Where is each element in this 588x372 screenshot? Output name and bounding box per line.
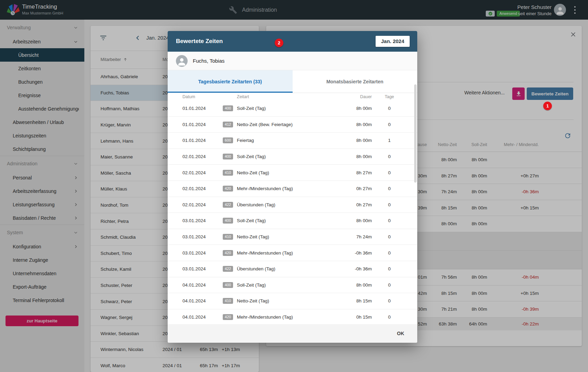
row-zeitart: Soll-Zeit (Tag) — [237, 106, 348, 111]
zeitart-row: 03.01.2024 422 Überstunden (Tag) -0h 36m… — [168, 261, 417, 277]
row-dauer: 0h 15m — [348, 314, 379, 320]
row-dauer: -0h 36m — [348, 266, 379, 271]
dialog-title: Bewertete Zeiten — [176, 31, 223, 52]
dialog-table-rows: 01.01.2024 400 Soll-Zeit (Tag) 8h 00m 0 … — [168, 101, 417, 325]
zeitart-code-badge: 422 — [223, 202, 233, 208]
zeitart-row: 01.01.2024 400 Soll-Zeit (Tag) 8h 00m 0 — [168, 101, 417, 117]
zeitart-row: 03.01.2024 410 Netto-Zeit (Tag) 7h 24m 0 — [168, 229, 417, 245]
row-zeitart: Soll-Zeit (Tag) — [237, 218, 348, 223]
row-datum: 02.01.2024 — [182, 202, 223, 207]
row-zeitart: Mehr-/Minderstunden (Tag) — [237, 186, 348, 191]
step-marker-2: 2 — [275, 39, 283, 47]
row-tage: 0 — [379, 250, 400, 256]
column-header-zeitart: Zeitart — [237, 94, 348, 99]
row-datum: 03.01.2024 — [182, 250, 223, 256]
row-zeitart: Soll-Zeit (Tag) — [237, 154, 348, 159]
row-dauer: 8h 15m — [348, 298, 379, 303]
row-tage: 0 — [379, 282, 400, 288]
step-marker-1: 1 — [543, 102, 552, 110]
row-zeitart: Netto-Zeit (Tag) — [237, 234, 348, 239]
row-datum: 01.01.2024 — [182, 122, 223, 127]
zeitart-code-badge: 420 — [223, 186, 233, 192]
row-datum: 03.01.2024 — [182, 218, 223, 223]
row-zeitart: Netto-Zeit (Tag) — [237, 298, 348, 303]
row-tage: 0 — [379, 170, 400, 175]
zeitart-row: 02.01.2024 400 Soll-Zeit (Tag) 8h 00m 0 — [168, 149, 417, 165]
column-header-datum: Datum — [182, 94, 223, 99]
zeitart-row: 04.01.2024 410 Netto-Zeit (Tag) 8h 15m 0 — [168, 293, 417, 309]
row-dauer: 8h 00m — [348, 218, 379, 223]
row-dauer: -0h 36m — [348, 250, 379, 256]
zeitart-code-badge: 420 — [223, 250, 233, 256]
row-datum: 04.01.2024 — [182, 314, 223, 320]
zeitart-code-badge: 400 — [223, 154, 233, 159]
tab-tagesbasierte-zeitarten[interactable]: Tagesbasierte Zeitarten (33) — [168, 70, 293, 93]
zeitart-code-badge: 600 — [223, 137, 233, 143]
zeitart-code-badge: 400 — [223, 105, 233, 111]
row-dauer: 0h 27m — [348, 186, 379, 191]
dialog-table-header: Datum Zeitart Dauer Tage — [168, 93, 417, 101]
row-zeitart: Mehr-/Minderstunden (Tag) — [237, 314, 348, 320]
zeitart-row: 03.01.2024 420 Mehr-/Minderstunden (Tag)… — [168, 245, 417, 261]
dialog-header: Bewertete Zeiten Jan. 2024 — [168, 31, 417, 52]
row-zeitart: Mehr-/Minderstunden (Tag) — [237, 250, 348, 256]
row-dauer: 8h 00m — [348, 154, 379, 159]
dialog-tabs: Tagesbasierte Zeitarten (33) Monatsbasie… — [168, 70, 417, 93]
timetracking-app: TimeTracking Max Mustermann GmbH Adminis… — [0, 0, 588, 372]
row-datum: 03.01.2024 — [182, 234, 223, 239]
dialog-scrollbar-thumb[interactable] — [414, 84, 417, 183]
tab-monatsbasierte-zeitarten[interactable]: Monatsbasierte Zeitarten — [293, 70, 418, 93]
row-datum: 04.01.2024 — [182, 298, 223, 303]
ok-button[interactable]: OK — [391, 328, 410, 339]
zeitart-code-badge: 420 — [223, 314, 233, 320]
zeitart-row: 01.01.2024 600 Feiertag 8h 00m 1 — [168, 133, 417, 149]
zeitart-code-badge: 400 — [223, 282, 233, 288]
zeitart-row: 04.01.2024 420 Mehr-/Minderstunden (Tag)… — [168, 309, 417, 326]
row-zeitart: Soll-Zeit (Tag) — [237, 282, 348, 288]
zeitart-row: 01.01.2024 412 Netto-Zeit (Bew. Feiertag… — [168, 117, 417, 133]
row-tage: 0 — [379, 234, 400, 239]
row-zeitart: Feiertag — [237, 138, 348, 143]
row-dauer: 8h 00m — [348, 138, 379, 143]
row-tage: 0 — [379, 298, 400, 303]
row-datum: 04.01.2024 — [182, 282, 223, 288]
zeitart-row: 02.01.2024 420 Mehr-/Minderstunden (Tag)… — [168, 181, 417, 197]
row-tage: 0 — [379, 154, 400, 159]
row-tage: 0 — [379, 314, 400, 320]
dialog-footer: OK — [168, 324, 417, 343]
dialog-person-row: Fuchs, Tobias — [168, 52, 417, 70]
row-zeitart: Netto-Zeit (Bew. Feiertage) — [237, 122, 348, 127]
row-zeitart: Netto-Zeit (Tag) — [237, 170, 348, 175]
row-zeitart: Überstunden (Tag) — [237, 266, 348, 271]
zeitart-row: 02.01.2024 422 Überstunden (Tag) 0h 27m … — [168, 197, 417, 213]
column-header-dauer: Dauer — [348, 94, 379, 99]
row-datum: 01.01.2024 — [182, 106, 223, 111]
zeitart-code-badge: 410 — [223, 234, 233, 240]
zeitart-code-badge: 410 — [223, 298, 233, 304]
row-tage: 1 — [379, 138, 400, 143]
row-dauer: 0h 27m — [348, 202, 379, 207]
zeitart-code-badge: 410 — [223, 170, 233, 176]
row-dauer: 8h 00m — [348, 282, 379, 288]
row-tage: 0 — [379, 266, 400, 271]
person-name: Fuchs, Tobias — [193, 52, 224, 70]
row-dauer: 8h 27m — [348, 170, 379, 175]
row-datum: 03.01.2024 — [182, 266, 223, 271]
row-tage: 0 — [379, 202, 400, 207]
row-datum: 02.01.2024 — [182, 170, 223, 175]
person-avatar — [176, 55, 188, 67]
row-datum: 02.01.2024 — [182, 154, 223, 159]
row-dauer: 7h 24m — [348, 234, 379, 239]
row-tage: 0 — [379, 106, 400, 111]
zeitart-row: 03.01.2024 400 Soll-Zeit (Tag) 8h 00m 0 — [168, 213, 417, 229]
row-datum: 01.01.2024 — [182, 138, 223, 143]
column-header-tage: Tage — [379, 94, 400, 99]
row-tage: 0 — [379, 122, 400, 127]
zeitart-row: 02.01.2024 410 Netto-Zeit (Tag) 8h 27m 0 — [168, 165, 417, 181]
zeitart-row: 04.01.2024 400 Soll-Zeit (Tag) 8h 00m 0 — [168, 277, 417, 293]
bewertete-zeiten-dialog: Bewertete Zeiten Jan. 2024 Fuchs, Tobias… — [168, 31, 417, 343]
row-zeitart: Überstunden (Tag) — [237, 202, 348, 207]
dialog-month-chip[interactable]: Jan. 2024 — [376, 36, 410, 47]
zeitart-code-badge: 422 — [223, 266, 233, 272]
row-tage: 0 — [379, 218, 400, 223]
